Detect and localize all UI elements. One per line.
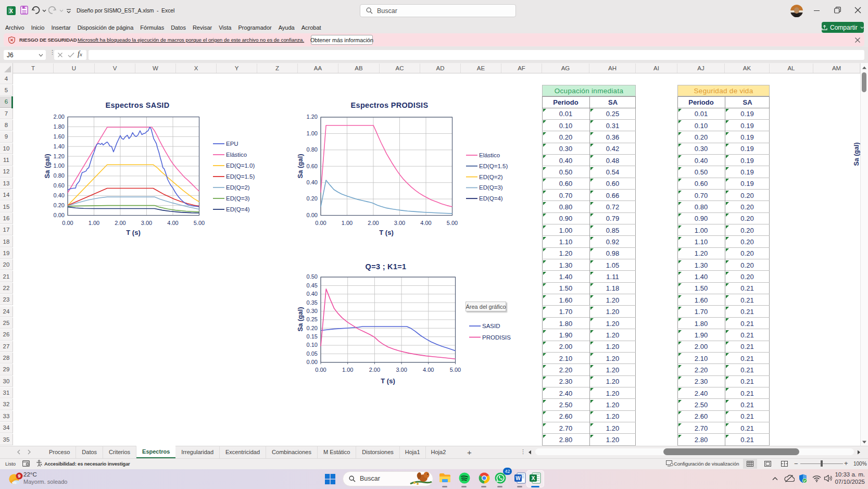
svg-text:0.60: 0.60 [307, 163, 318, 169]
svg-text:PRODISIS: PRODISIS [482, 334, 511, 341]
svg-text:9: 9 [18, 473, 20, 479]
svg-text:2.00: 2.00 [368, 220, 379, 226]
svg-text:0.20: 0.20 [307, 195, 318, 202]
svg-text:1.20: 1.20 [307, 114, 318, 120]
svg-text:1.40: 1.40 [54, 143, 65, 149]
svg-text:3.00: 3.00 [394, 220, 405, 226]
svg-text:ED(Q=4): ED(Q=4) [479, 195, 503, 202]
svg-text:2.00: 2.00 [54, 114, 65, 120]
svg-text:1.60: 1.60 [54, 133, 65, 140]
svg-text:4.00: 4.00 [167, 220, 178, 226]
svg-text:0.45: 0.45 [307, 282, 318, 289]
svg-text:Elástico: Elástico [226, 152, 247, 158]
svg-text:Sa (gal): Sa (gal) [296, 154, 304, 179]
svg-text:0.10: 0.10 [307, 342, 318, 348]
svg-text:0.30: 0.30 [307, 308, 318, 314]
svg-text:0.20: 0.20 [54, 202, 65, 208]
svg-text:0.00: 0.00 [315, 367, 326, 373]
svg-text:0.00: 0.00 [315, 220, 326, 226]
svg-text:1.00: 1.00 [342, 367, 353, 373]
svg-text:ED(Q=2): ED(Q=2) [226, 184, 250, 191]
svg-text:SASID: SASID [482, 323, 500, 329]
svg-text:3.00: 3.00 [396, 367, 407, 373]
svg-text:ED(Q=3): ED(Q=3) [479, 184, 503, 191]
svg-text:Q=3 ; K1=1: Q=3 ; K1=1 [366, 262, 407, 271]
svg-text:T (s): T (s) [126, 229, 140, 236]
svg-text:T (s): T (s) [379, 229, 393, 236]
svg-text:0.40: 0.40 [307, 179, 318, 185]
svg-text:0.15: 0.15 [307, 333, 318, 340]
svg-text:0.05: 0.05 [307, 350, 318, 357]
svg-text:1.00: 1.00 [54, 162, 65, 169]
svg-text:W: W [515, 475, 521, 481]
svg-text:0.40: 0.40 [307, 291, 318, 297]
svg-text:1.00: 1.00 [307, 130, 318, 136]
svg-text:Sa (gal): Sa (gal) [296, 307, 304, 332]
svg-text:Espectros PRODISIS: Espectros PRODISIS [351, 101, 429, 109]
svg-text:4.00: 4.00 [420, 220, 431, 226]
svg-text:T (s): T (s) [381, 377, 395, 385]
svg-text:0.50: 0.50 [307, 273, 318, 280]
svg-text:1.00: 1.00 [342, 220, 353, 226]
svg-text:1.00: 1.00 [89, 220, 99, 226]
svg-text:0.60: 0.60 [54, 182, 65, 189]
svg-text:0.00: 0.00 [307, 359, 318, 365]
svg-text:0.80: 0.80 [307, 146, 318, 153]
svg-text:ED(Q=1.5): ED(Q=1.5) [226, 173, 255, 180]
svg-text:2.00: 2.00 [115, 220, 125, 226]
svg-text:4.00: 4.00 [423, 367, 434, 373]
svg-text:EPU: EPU [226, 141, 238, 147]
svg-text:ED(Q=1.0): ED(Q=1.0) [226, 162, 255, 169]
svg-text:X: X [531, 475, 535, 481]
svg-text:ED(Q=3): ED(Q=3) [226, 195, 250, 202]
svg-text:1.20: 1.20 [54, 153, 65, 159]
svg-text:2.00: 2.00 [369, 367, 380, 373]
svg-text:0.25: 0.25 [307, 316, 318, 322]
svg-text:ED(Q=1.5): ED(Q=1.5) [479, 163, 508, 169]
svg-text:0.40: 0.40 [54, 192, 65, 198]
svg-text:Espectros SASID: Espectros SASID [106, 101, 170, 109]
svg-text:0.80: 0.80 [54, 172, 65, 179]
svg-text:5.00: 5.00 [194, 220, 205, 226]
svg-text:5.00: 5.00 [450, 367, 461, 373]
svg-text:5.00: 5.00 [447, 220, 458, 226]
svg-text:0.00: 0.00 [62, 220, 73, 226]
svg-text:3.00: 3.00 [141, 220, 152, 226]
svg-text:0.00: 0.00 [54, 212, 65, 218]
svg-text:ED(Q=2): ED(Q=2) [479, 174, 503, 180]
svg-text:0.20: 0.20 [307, 325, 318, 331]
svg-text:0.35: 0.35 [307, 299, 318, 306]
svg-text:1.80: 1.80 [54, 123, 65, 130]
svg-text:Elástico: Elástico [479, 152, 500, 158]
svg-text:ED(Q=4): ED(Q=4) [226, 206, 250, 212]
svg-text:0.00: 0.00 [307, 212, 318, 218]
svg-text:Sa (gal): Sa (gal) [43, 154, 51, 179]
